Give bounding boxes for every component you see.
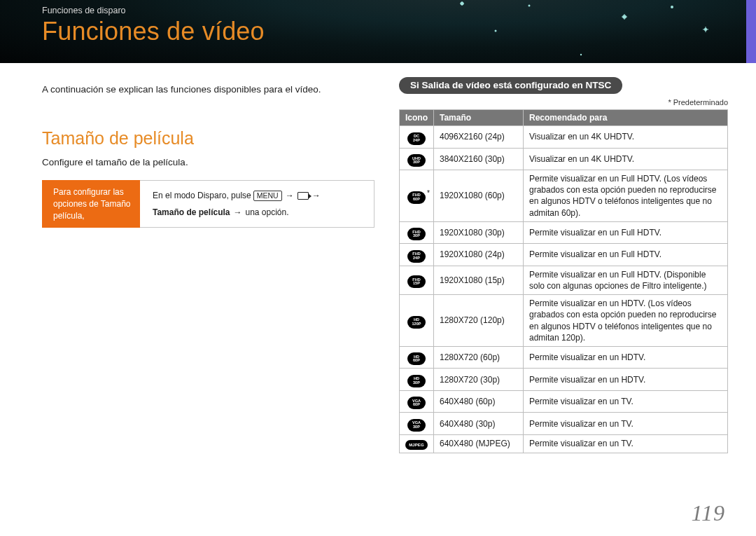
- breadcrumb: Funciones de disparo: [42, 6, 756, 15]
- icon-cell: HD60P: [400, 346, 434, 369]
- svg-point-6: [580, 54, 582, 55]
- table-row: UHD30P3840X2160 (30p)Visualizar en un 4K…: [400, 148, 728, 170]
- menu-button-icon: MENU: [253, 191, 282, 201]
- rec-cell: Visualizar en un 4K UHDTV.: [524, 126, 728, 149]
- format-icon: MJPEG: [405, 440, 428, 450]
- instr-bold-2: una opción.: [245, 207, 288, 219]
- icon-cell: HD30P: [400, 369, 434, 391]
- config-pill: Si Salida de vídeo está configurado en N…: [399, 77, 622, 94]
- format-icon: VGA60P: [407, 397, 426, 409]
- th-rec: Recomendado para: [524, 110, 728, 126]
- format-icon: VGA30P: [407, 419, 426, 432]
- size-cell: 1920X1080 (60p): [434, 170, 524, 222]
- instruction-label: Para configurar las opciones de Tamaño p…: [42, 180, 140, 228]
- spec-table: Icono Tamaño Recomendado para DC24P4096X…: [399, 109, 728, 453]
- table-row: FHD30P1920X1080 (30p)Permite visualizar …: [400, 221, 728, 244]
- instruction-body: En el modo Disparo, pulse MENU → → Tamañ…: [140, 180, 374, 228]
- format-icon: FHD24P: [407, 250, 426, 263]
- format-icon: HD30P: [407, 375, 426, 387]
- top-banner: Funciones de disparo Funciones de vídeo: [0, 0, 756, 63]
- th-icon: Icono: [400, 110, 434, 126]
- rec-cell: Permite visualizar en un Full HDTV.: [524, 244, 728, 266]
- manual-page: Funciones de disparo Funciones de vídeo …: [0, 0, 756, 536]
- format-icon: FHD30P: [407, 228, 426, 240]
- right-column: Si Salida de vídeo está configurado en N…: [399, 77, 728, 453]
- page-title: Funciones de vídeo: [42, 17, 756, 46]
- size-cell: 640X480 (30p): [434, 413, 524, 435]
- rec-cell: Permite visualizar en un TV.: [524, 413, 728, 435]
- icon-cell: UHD30P: [400, 148, 434, 170]
- table-row: HD120P1280X720 (120p)Permite visualizar …: [400, 295, 728, 347]
- svg-point-0: [461, 2, 464, 6]
- format-icon: FHD15P: [407, 275, 426, 288]
- icon-cell: FHD24P: [400, 244, 434, 266]
- size-cell: 1920X1080 (15p): [434, 266, 524, 294]
- size-cell: 1920X1080 (24p): [434, 244, 524, 266]
- icon-cell: FHD60P*: [400, 170, 434, 222]
- rec-cell: Permite visualizar en un HDTV.: [524, 369, 728, 391]
- table-row: VGA30P640X480 (30p)Permite visualizar en…: [400, 413, 728, 435]
- camera-icon: [298, 192, 309, 200]
- size-cell: 1280X720 (30p): [434, 369, 524, 391]
- table-row: HD30P1280X720 (30p)Permite visualizar en…: [400, 369, 728, 391]
- size-cell: 1920X1080 (30p): [434, 221, 524, 244]
- size-cell: 640X480 (MJPEG): [434, 434, 524, 453]
- page-content: A continuación se explican las funciones…: [42, 77, 728, 515]
- arrow-icon: →: [284, 190, 295, 202]
- default-star: *: [427, 188, 430, 198]
- table-row: VGA60P640X480 (60p)Permite visualizar en…: [400, 390, 728, 413]
- rec-cell: Permite visualizar en un TV.: [524, 434, 728, 453]
- intro-text: A continuación se explican las funciones…: [42, 84, 374, 95]
- arrow-icon: →: [232, 207, 243, 219]
- table-row: HD60P1280X720 (60p)Permite visualizar en…: [400, 346, 728, 369]
- section-subtext: Configure el tamaño de la película.: [42, 157, 374, 167]
- size-cell: 1280X720 (120p): [434, 295, 524, 347]
- rec-cell: Permite visualizar en un Full HDTV. (Dis…: [524, 266, 728, 294]
- icon-cell: HD120P: [400, 295, 434, 347]
- th-size: Tamaño: [434, 110, 524, 126]
- table-row: FHD60P*1920X1080 (60p)Permite visualizar…: [400, 170, 728, 222]
- table-row: FHD15P1920X1080 (15p)Permite visualizar …: [400, 266, 728, 294]
- size-cell: 3840X2160 (30p): [434, 148, 524, 170]
- table-row: DC24P4096X2160 (24p)Visualizar en un 4K …: [400, 126, 728, 149]
- rec-cell: Permite visualizar en un Full HDTV. (Los…: [524, 170, 728, 222]
- left-column: A continuación se explican las funciones…: [42, 77, 374, 228]
- page-number: 119: [691, 500, 725, 526]
- icon-cell: VGA60P: [400, 390, 434, 413]
- section-heading: Tamaño de película: [42, 128, 374, 149]
- instruction-box: Para configurar las opciones de Tamaño p…: [42, 180, 374, 228]
- instr-pre: En el modo Disparo, pulse: [153, 190, 251, 202]
- table-row: FHD24P1920X1080 (24p)Permite visualizar …: [400, 244, 728, 266]
- icon-cell: MJPEG: [400, 434, 434, 453]
- icon-cell: VGA30P: [400, 413, 434, 435]
- rec-cell: Visualizar en un 4K UHDTV.: [524, 148, 728, 170]
- format-icon: DC24P: [407, 132, 426, 145]
- rec-cell: Permite visualizar en un HDTV. (Los víde…: [524, 295, 728, 347]
- format-icon: UHD30P: [407, 154, 426, 167]
- rec-cell: Permite visualizar en un TV.: [524, 390, 728, 413]
- icon-cell: FHD15P: [400, 266, 434, 294]
- format-icon: FHD60P: [407, 191, 426, 204]
- format-icon: HD60P: [407, 352, 426, 365]
- rec-cell: Permite visualizar en un Full HDTV.: [524, 221, 728, 244]
- arrow-icon: →: [311, 190, 322, 202]
- size-cell: 4096X2160 (24p): [434, 126, 524, 149]
- size-cell: 1280X720 (60p): [434, 346, 524, 369]
- table-row: MJPEG640X480 (MJPEG)Permite visualizar e…: [400, 434, 728, 453]
- rec-cell: Permite visualizar en un HDTV.: [524, 346, 728, 369]
- format-icon: HD120P: [407, 316, 426, 329]
- default-note: * Predeterminado: [399, 98, 728, 106]
- icon-cell: FHD30P: [400, 221, 434, 244]
- instr-bold-1: Tamaño de película: [153, 207, 230, 219]
- size-cell: 640X480 (60p): [434, 390, 524, 413]
- icon-cell: DC24P: [400, 126, 434, 149]
